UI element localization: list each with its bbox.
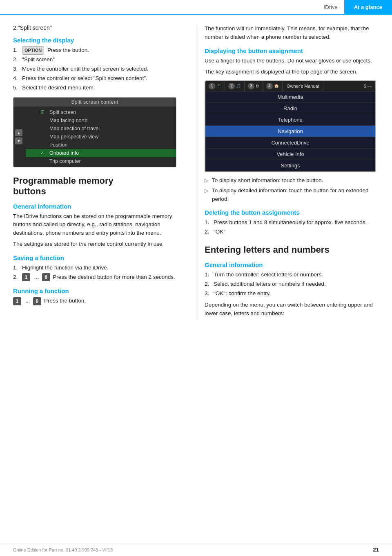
running-step-text: Press the button.: [44, 297, 86, 305]
bullet-detailed-info: ▷ To display detailed information: touch…: [205, 187, 381, 204]
entering-para: Depending on the menu, you can switch be…: [205, 301, 381, 318]
tab-3: 3 ⚙: [245, 81, 263, 91]
saving-function-steps: 1. Highlight the function via the iDrive…: [13, 264, 185, 282]
intro-list: 2. "Split screen": [13, 24, 185, 31]
header-idrive-label: iDrive: [317, 4, 344, 10]
menu-connecteddrive: ConnectedDrive: [205, 137, 375, 149]
programmable-section: Programmable memory buttons General info…: [13, 176, 185, 305]
intro-text: "Split screen": [18, 24, 52, 31]
idrive-tabs: 1 📱 2 🎵 3 ⚙ 4 🏠 Owner's Ma: [205, 81, 375, 91]
entering-step-1: 1. Turn the controller: select letters o…: [205, 271, 381, 279]
right-intro-text: The function will run immediately. This …: [205, 24, 381, 42]
entering-letters-section: Entering letters and numbers General inf…: [205, 245, 381, 318]
selecting-display-steps: 1. OPTION Press the button. 2. "Split sc…: [13, 46, 185, 92]
screenshot-title: Split screen content: [13, 98, 176, 107]
menu-multimedia: Multimedia: [205, 91, 375, 103]
menu-item-onboard-info: ✓ Onboard info: [26, 149, 176, 157]
running-badge-1: 1: [13, 297, 21, 305]
option-button-icon: OPTION: [22, 46, 44, 55]
selecting-display-section: Selecting the display 1. OPTION Press th…: [13, 37, 185, 167]
menu-navigation: Navigation: [205, 126, 375, 137]
footer-left-text: Online Edition for Part no. 01 40 2 909 …: [13, 547, 113, 552]
prog-general-info-para1: The iDrive functions can be stored on th…: [13, 212, 185, 238]
footer-page-number: 21: [373, 547, 379, 553]
menu-item-split-screen: ☑ Split screen: [26, 108, 176, 116]
step-3: 3. Move the controller until the split s…: [13, 65, 185, 73]
menu-item-map-direction: Map direction of travel: [26, 125, 176, 133]
page-header: iDrive At a glance: [0, 0, 392, 15]
entering-letters-title: Entering letters and numbers: [205, 245, 381, 255]
menu-item-trip-computer: Trip computer: [26, 157, 176, 165]
prog-general-info-para2: The settings are stored for the remote c…: [13, 240, 185, 249]
running-function-step: 1 … 8 Press the button.: [13, 297, 185, 305]
right-column: The function will run immediately. This …: [196, 24, 392, 320]
step-1: 1. OPTION Press the button.: [13, 46, 185, 55]
page-footer: Online Edition for Part no. 01 40 2 909 …: [0, 543, 392, 556]
menu-item-position: Position: [26, 141, 176, 149]
tab-1: 1 📱: [205, 81, 225, 91]
deleting-steps: 1. Press buttons 1 and 8 simultaneously …: [205, 218, 381, 236]
saving-step-1: 1. Highlight the function via the iDrive…: [13, 264, 185, 272]
screenshot-menu: ▲ ▼ ☑ Split screen Map facing north Map …: [13, 107, 176, 167]
displaying-text2: The key assignment is displayed at the t…: [205, 68, 381, 76]
left-column: 2. "Split screen" Selecting the display …: [0, 24, 196, 320]
tab-owners-manual: Owner's Manual: [283, 81, 323, 91]
main-content: 2. "Split screen" Selecting the display …: [0, 15, 392, 320]
menu-item-map-north: Map facing north: [26, 116, 176, 125]
displaying-assignment-title: Displaying the button assignment: [205, 47, 381, 54]
split-screen-screenshot: Split screen content ▲ ▼ ☑ Split screen …: [13, 97, 176, 167]
header-ataglance-label: At a glance: [344, 0, 392, 14]
menu-telephone: Telephone: [205, 114, 375, 126]
displaying-assignment-section: Displaying the button assignment Use a f…: [205, 47, 381, 204]
entering-general-info-title: General information: [205, 261, 381, 268]
menu-settings: Settings: [205, 160, 375, 171]
step-2: 2. "Split screen": [13, 56, 185, 64]
menu-vehicle-info: Vehicle Info: [205, 149, 375, 160]
deleting-assignment-section: Deleting the button assignments 1. Press…: [205, 209, 381, 236]
saving-step-2: 2. 1 … 8 Press the desired button for mo…: [13, 273, 185, 282]
running-function-title: Running a function: [13, 287, 185, 294]
programmable-title: Programmable memory buttons: [13, 176, 185, 197]
deleting-step-2: 2. "OK": [205, 228, 381, 236]
selecting-display-title: Selecting the display: [13, 37, 185, 44]
entering-steps: 1. Turn the controller: select letters o…: [205, 271, 381, 298]
tab-5: 5 —: [361, 81, 375, 91]
tab-4: 4 🏠: [263, 81, 283, 91]
menu-radio: Radio: [205, 103, 375, 114]
running-badge-8: 8: [33, 297, 41, 305]
idrive-screen: 1 📱 2 🎵 3 ⚙ 4 🏠 Owner's Ma: [205, 80, 376, 172]
bullet-short-info: ▷ To display short information: touch th…: [205, 176, 381, 185]
step-4: 4. Press the controller or select "Split…: [13, 74, 185, 83]
displaying-bullets: ▷ To display short information: touch th…: [205, 176, 381, 204]
intro-num: 2.: [13, 24, 18, 31]
idrive-menu: Multimedia Radio Telephone Navigation Co…: [205, 91, 375, 171]
badge-1: 1: [22, 273, 30, 281]
deleting-assignment-title: Deleting the button assignments: [205, 209, 381, 216]
entering-step-3: 3. "OK": confirm the entry.: [205, 289, 381, 298]
entering-step-2: 2. Select additional letters or numbers …: [205, 280, 381, 289]
displaying-text1: Use a finger to touch the buttons. Do no…: [205, 57, 381, 65]
menu-item-map-perspective: Map perspective view: [26, 133, 176, 141]
badge-8: 8: [42, 273, 50, 281]
tab-2: 2 🎵: [225, 81, 245, 91]
prog-general-info-title: General information: [13, 203, 185, 210]
saving-function-title: Saving a function: [13, 254, 185, 261]
step-5: 5. Select the desired menu item.: [13, 84, 185, 92]
deleting-step-1: 1. Press buttons 1 and 8 simultaneously …: [205, 218, 381, 227]
